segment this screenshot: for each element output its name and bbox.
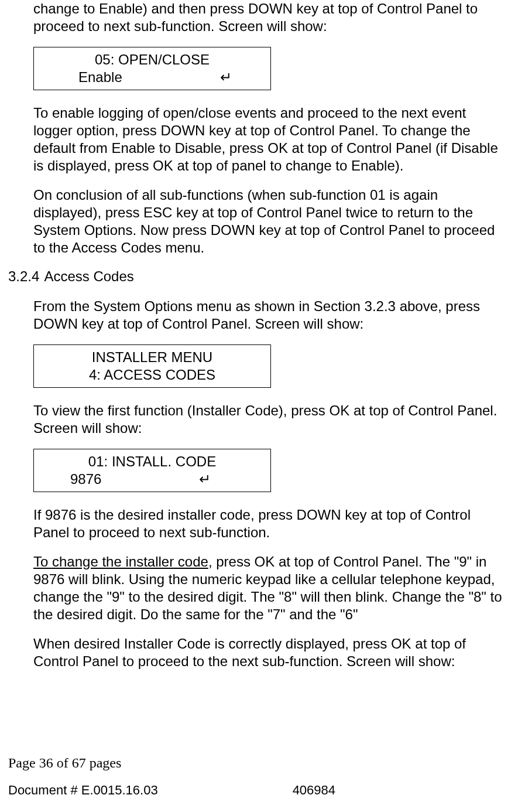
lcd-display: 05: OPEN/CLOSE Enable ↵ xyxy=(33,47,271,90)
lcd-value: 9876 xyxy=(70,470,101,488)
section-heading: 3.2.4 Access Codes xyxy=(8,268,503,285)
lcd-line: 05: OPEN/CLOSE xyxy=(41,51,263,69)
paragraph: To change the installer code, press OK a… xyxy=(33,553,503,623)
paragraph: On conclusion of all sub-functions (when… xyxy=(33,186,503,257)
lcd-line: 4: ACCESS CODES xyxy=(41,366,263,384)
document-number: Document # E.0015.16.03 xyxy=(8,783,158,798)
section-number: 3.2.4 xyxy=(8,268,39,285)
enter-icon: ↵ xyxy=(199,470,211,488)
lcd-line: Enable ↵ xyxy=(41,69,263,86)
paragraph: change to Enable) and then press DOWN ke… xyxy=(33,0,503,35)
lcd-display: 01: INSTALL. CODE 9876 ↵ xyxy=(33,449,271,492)
paragraph: To view the first function (Installer Co… xyxy=(33,402,503,437)
lcd-line: INSTALLER MENU xyxy=(41,349,263,366)
lcd-line: 01: INSTALL. CODE xyxy=(41,453,263,470)
lcd-line: 9876 ↵ xyxy=(41,470,263,488)
paragraph: To enable logging of open/close events a… xyxy=(33,104,503,175)
section-title: Access Codes xyxy=(44,268,133,285)
enter-icon: ↵ xyxy=(220,69,232,86)
lcd-value: Enable xyxy=(78,69,122,86)
page-footer: Page 36 of 67 pages Document # E.0015.16… xyxy=(8,755,503,798)
underlined-text: To change the installer code xyxy=(33,554,208,569)
reference-number: 406984 xyxy=(293,783,335,798)
page-number: Page 36 of 67 pages xyxy=(8,755,503,771)
lcd-display: INSTALLER MENU 4: ACCESS CODES xyxy=(33,344,271,388)
paragraph: From the System Options menu as shown in… xyxy=(33,298,503,333)
paragraph: If 9876 is the desired installer code, p… xyxy=(33,506,503,541)
paragraph: When desired Installer Code is correctly… xyxy=(33,635,503,670)
